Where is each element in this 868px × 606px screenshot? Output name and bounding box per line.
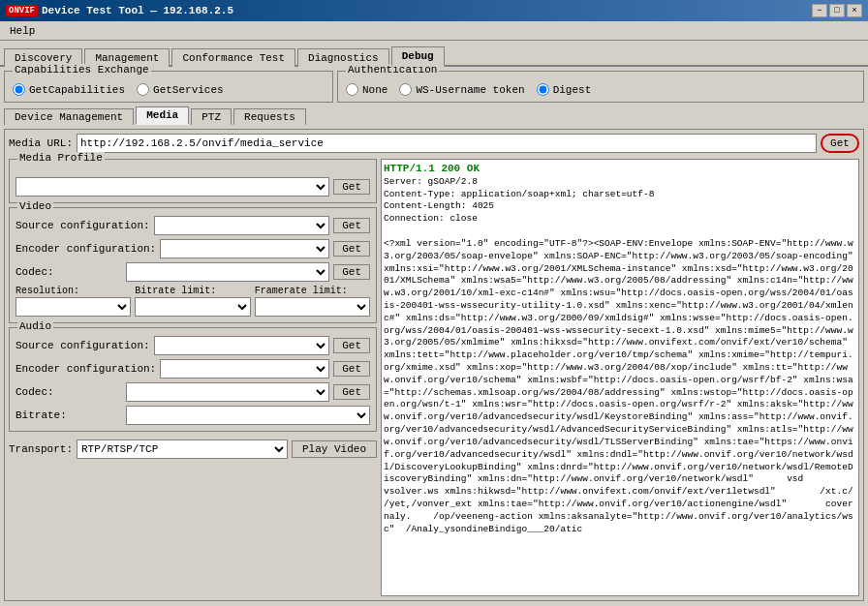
audio-source-get-btn[interactable]: Get — [333, 338, 370, 353]
menu-help[interactable]: Help — [4, 24, 41, 38]
content-area: Capabilities Exchange GetCapabilities Ge… — [0, 67, 868, 605]
capabilities-radio-row: GetCapabilities GetServices — [13, 83, 325, 96]
sub-tab-requests[interactable]: Requests — [233, 108, 306, 125]
resolution-label: Resolution: — [16, 286, 131, 296]
audio-codec-row: Codec: Get — [16, 382, 370, 402]
sub-tab-media[interactable]: Media — [136, 106, 189, 125]
maximize-button[interactable]: □ — [829, 4, 845, 17]
capabilities-group: Capabilities Exchange GetCapabilities Ge… — [4, 71, 333, 103]
encoder-config-row: Encoder configuration: Get — [16, 239, 370, 258]
audio-source-label: Source configuration: — [16, 340, 150, 351]
resolution-select[interactable] — [16, 297, 131, 317]
two-col: Media Profile Get Video Source configura… — [9, 159, 859, 596]
source-config-get-btn[interactable]: Get — [333, 218, 370, 233]
source-config-label: Source configuration: — [16, 220, 150, 231]
audio-encoder-get-btn[interactable]: Get — [333, 361, 370, 377]
app-title: Device Test Tool — 192.168.2.5 — [42, 5, 233, 16]
codec-label: Codec: — [16, 266, 122, 278]
capabilities-group-title: Capabilities Exchange — [13, 64, 151, 76]
menu-bar: Help — [0, 21, 868, 41]
app-logo: ONVIF — [6, 5, 38, 16]
transport-row: Transport: RTP/RTSP/TCP Play Video — [9, 439, 377, 459]
close-button[interactable]: × — [847, 4, 862, 17]
codec-select[interactable] — [126, 262, 329, 282]
audio-bitrate-label: Bitrate: — [16, 409, 122, 421]
minimize-button[interactable]: − — [812, 4, 827, 17]
response-text: HTTP/1.1 200 OK Server: gSOAP/2.8 Conten… — [384, 162, 856, 535]
media-profile-title: Media Profile — [17, 152, 105, 164]
title-bar: ONVIF Device Test Tool — 192.168.2.5 − □… — [0, 0, 868, 21]
media-panel: Media URL: Get Media Profile Get Video — [4, 129, 864, 601]
auth-group: Authentication None WS-Username token Di… — [337, 71, 864, 103]
audio-codec-label: Codec: — [16, 386, 122, 398]
auth-radio-row: None WS-Username token Digest — [346, 83, 855, 96]
audio-source-row: Source configuration: Get — [16, 336, 370, 355]
video-group-title: Video — [17, 200, 53, 212]
radio-digest[interactable]: Digest — [537, 83, 592, 96]
media-profile-group: Media Profile Get — [9, 159, 377, 203]
audio-encoder-row: Encoder configuration: Get — [16, 359, 370, 379]
codec-row: Codec: Get — [16, 262, 370, 282]
profile-get-button[interactable]: Get — [333, 179, 370, 195]
framerate-select[interactable] — [255, 297, 370, 317]
radio-none[interactable]: None — [346, 83, 388, 96]
sub-tabs: Device Management Media PTZ Requests — [4, 106, 864, 125]
sub-tab-device-management[interactable]: Device Management — [4, 108, 134, 125]
tab-debug[interactable]: Debug — [391, 46, 445, 67]
resolution-row: Resolution: Bitrate limit: Framerate lim… — [16, 286, 370, 317]
encoder-config-select[interactable] — [160, 239, 329, 258]
codec-get-btn[interactable]: Get — [333, 264, 370, 280]
audio-codec-select[interactable] — [126, 382, 329, 402]
transport-label: Transport: — [9, 443, 73, 455]
bitrate-label: Bitrate limit: — [135, 286, 250, 296]
response-panel[interactable]: HTTP/1.1 200 OK Server: gSOAP/2.8 Conten… — [381, 159, 859, 596]
audio-bitrate-row: Bitrate: — [16, 406, 370, 425]
audio-codec-get-btn[interactable]: Get — [333, 384, 370, 400]
audio-bitrate-select[interactable] — [126, 406, 370, 425]
play-video-button[interactable]: Play Video — [292, 440, 377, 458]
bitrate-select[interactable] — [135, 297, 250, 317]
url-label: Media URL: — [9, 137, 73, 149]
audio-group-title: Audio — [17, 320, 53, 332]
tab-conformance[interactable]: Conformance Test — [171, 48, 295, 67]
profile-select[interactable] — [16, 177, 329, 197]
radio-ws-username[interactable]: WS-Username token — [399, 83, 524, 96]
encoder-config-get-btn[interactable]: Get — [333, 241, 370, 257]
source-config-select[interactable] — [154, 216, 330, 235]
framerate-label: Framerate limit: — [255, 286, 370, 296]
url-row: Media URL: Get — [9, 134, 859, 153]
main-tabs: Discovery Management Conformance Test Di… — [0, 41, 868, 67]
audio-group: Audio Source configuration: Get Encoder … — [9, 327, 377, 432]
audio-source-select[interactable] — [154, 336, 330, 355]
audio-encoder-label: Encoder configuration: — [16, 363, 156, 375]
url-input[interactable] — [77, 134, 817, 153]
radio-get-capabilities[interactable]: GetCapabilities — [13, 83, 125, 96]
top-section: Capabilities Exchange GetCapabilities Ge… — [4, 71, 864, 103]
radio-get-services[interactable]: GetServices — [137, 83, 224, 96]
sub-tab-ptz[interactable]: PTZ — [191, 108, 232, 125]
audio-encoder-select[interactable] — [160, 359, 329, 379]
left-col: Media Profile Get Video Source configura… — [9, 159, 377, 596]
source-config-row: Source configuration: Get — [16, 216, 370, 235]
profile-row: Get — [16, 177, 370, 197]
get-url-button[interactable]: Get — [821, 134, 859, 153]
video-group: Video Source configuration: Get Encoder … — [9, 207, 377, 323]
transport-select[interactable]: RTP/RTSP/TCP — [77, 439, 288, 459]
encoder-config-label: Encoder configuration: — [16, 243, 156, 255]
